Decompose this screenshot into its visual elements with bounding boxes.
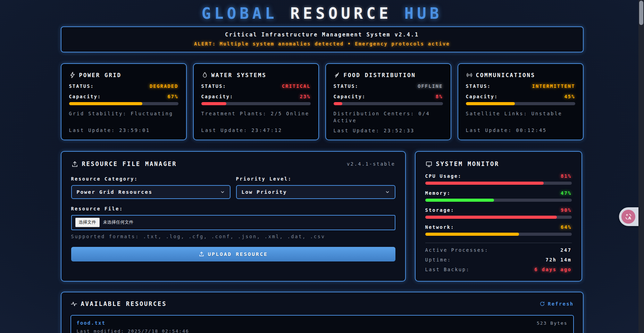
category-field: Resource Category: Power Grid Resources	[71, 176, 231, 199]
scrollbar-thumb[interactable]	[639, 1, 643, 25]
page-container: GLOBAL RESOURCE HUB Critical Infrastruct…	[61, 0, 584, 333]
capacity-label: Capacity:	[466, 94, 498, 99]
metric-bar-fill	[425, 199, 494, 202]
panel-title-label: AVAILABLE RESOURCES	[81, 300, 167, 307]
chevron-down-icon	[220, 190, 225, 194]
resource-file-modified: Last modified: 2025/7/18 02:54:46	[77, 328, 568, 333]
status-label: STATUS:	[201, 83, 226, 89]
capacity-row: Capacity: 45%	[466, 94, 575, 99]
card-water-systems: WATER SYSTEMS STATUS: CRITICAL Capacity:…	[193, 63, 319, 140]
page-title: GLOBAL RESOURCE HUB	[61, 5, 584, 22]
resource-file-name[interactable]: food.txt	[77, 320, 106, 326]
scrollbar-track[interactable]	[638, 0, 644, 333]
stat-value: 247	[560, 247, 571, 253]
choose-file-button[interactable]: 选择文件	[75, 218, 100, 227]
capacity-label: Capacity:	[201, 94, 234, 99]
capacity-bar-fill	[69, 102, 142, 105]
status-row: STATUS: OFFLINE	[334, 83, 443, 89]
capacity-value: 45%	[564, 94, 575, 99]
upload-icon	[71, 160, 78, 168]
card-title-label: POWER GRID	[79, 72, 122, 78]
title-resource: RESOURCE	[290, 5, 392, 22]
status-badge: OFFLINE	[418, 83, 443, 89]
panel-title-label: SYSTEM MONITOR	[436, 160, 500, 167]
metric-bar	[425, 233, 572, 236]
card-food-distribution: FOOD DISTRIBUTION STATUS: OFFLINE Capaci…	[325, 63, 451, 140]
broadcast-icon	[466, 72, 473, 78]
status-badge: CRITICAL	[282, 83, 311, 89]
priority-select[interactable]: Low Priority	[236, 185, 395, 199]
card-detail: Satellite Links: Unstable	[466, 110, 575, 124]
capacity-bar-fill	[466, 102, 515, 105]
capacity-value: 23%	[300, 94, 311, 99]
capacity-bar	[334, 102, 443, 105]
category-select[interactable]: Power Grid Resources	[71, 185, 231, 199]
available-resources-panel: AVAILABLE RESOURCES Refresh food.txt 523…	[61, 292, 584, 333]
divider	[425, 243, 572, 243]
card-last-update: Last Update: 23:59:01	[69, 127, 178, 133]
capacity-row: Capacity: 8%	[334, 94, 443, 99]
file-input[interactable]: 选择文件 未选择任何文件	[71, 215, 395, 230]
card-communications: COMMUNICATIONS STATUS: INTERMITTENT Capa…	[458, 63, 584, 140]
capacity-row: Capacity: 23%	[201, 94, 311, 99]
card-title: WATER SYSTEMS	[201, 72, 311, 78]
category-selected-value: Power Grid Resources	[77, 189, 153, 195]
status-row: STATUS: DEGRADED	[69, 83, 178, 89]
metric-value: 64%	[561, 224, 572, 230]
capacity-bar	[466, 102, 575, 105]
refresh-icon	[540, 301, 545, 307]
card-last-update: Last Update: 23:52:33	[334, 128, 443, 133]
resource-list-item[interactable]: food.txt 523 Bytes Last modified: 2025/7…	[70, 315, 574, 333]
metric-value: 47%	[561, 190, 572, 196]
panel-title: RESOURCE FILE MANAGER	[71, 160, 177, 168]
card-title-label: FOOD DISTRIBUTION	[344, 72, 416, 78]
capacity-bar-fill	[201, 102, 226, 105]
stat-label: Last Backup:	[425, 267, 470, 272]
status-label: STATUS:	[69, 83, 94, 89]
upload-button-label: UPLOAD RESOURCE	[208, 251, 268, 257]
stat-label: Uptime:	[425, 257, 451, 263]
card-power-grid: POWER GRID STATUS: DEGRADED Capacity: 67…	[61, 63, 187, 140]
status-row: STATUS: INTERMITTENT	[466, 83, 575, 89]
metric-network: Network: 64%	[425, 224, 572, 236]
category-label: Resource Category:	[71, 176, 231, 182]
card-detail: Grid Stability: Fluctuating	[69, 110, 178, 124]
card-title: POWER GRID	[69, 72, 178, 78]
status-label: STATUS:	[466, 83, 491, 89]
status-badge: INTERMITTENT	[532, 83, 575, 89]
capacity-row: Capacity: 67%	[69, 94, 178, 99]
stat-active-processes: Active Processes: 247	[425, 247, 572, 253]
title-global: GLOBAL	[202, 5, 278, 22]
status-label: STATUS:	[334, 83, 359, 89]
capacity-bar	[69, 102, 178, 105]
panel-header: AVAILABLE RESOURCES Refresh	[70, 300, 574, 307]
upload-icon	[199, 251, 204, 257]
capacity-label: Capacity:	[334, 94, 366, 99]
upload-resource-button[interactable]: UPLOAD RESOURCE	[71, 247, 395, 261]
version-label: v2.4.1-stable	[347, 161, 395, 167]
capacity-bar-fill	[334, 102, 342, 105]
system-banner: Critical Infrastructure Management Syste…	[61, 26, 584, 52]
lightning-icon	[69, 72, 76, 78]
chevron-down-icon	[385, 190, 390, 194]
capacity-label: Capacity:	[69, 94, 101, 99]
stat-last-backup: Last Backup: 6 days ago	[425, 267, 572, 272]
title-hub: HUB	[404, 5, 442, 22]
translate-button[interactable]: A	[619, 207, 638, 226]
stat-value: 6 days ago	[534, 267, 571, 272]
metric-label: Network:	[425, 224, 454, 230]
activity-icon	[70, 300, 77, 307]
metric-memory: Memory: 47%	[425, 190, 572, 202]
metric-value: 81%	[561, 173, 572, 179]
metric-label: CPU Usage:	[425, 173, 462, 179]
status-row: STATUS: CRITICAL	[201, 83, 311, 89]
file-label: Resource File:	[71, 206, 395, 211]
panel-title: SYSTEM MONITOR	[425, 160, 500, 168]
metric-bar-fill	[425, 233, 519, 236]
refresh-button[interactable]: Refresh	[540, 301, 574, 307]
monitor-icon	[425, 160, 433, 168]
metric-label: Storage:	[425, 207, 454, 213]
card-title: FOOD DISTRIBUTION	[334, 72, 443, 78]
capacity-value: 67%	[168, 94, 178, 99]
card-title-label: WATER SYSTEMS	[211, 72, 267, 78]
